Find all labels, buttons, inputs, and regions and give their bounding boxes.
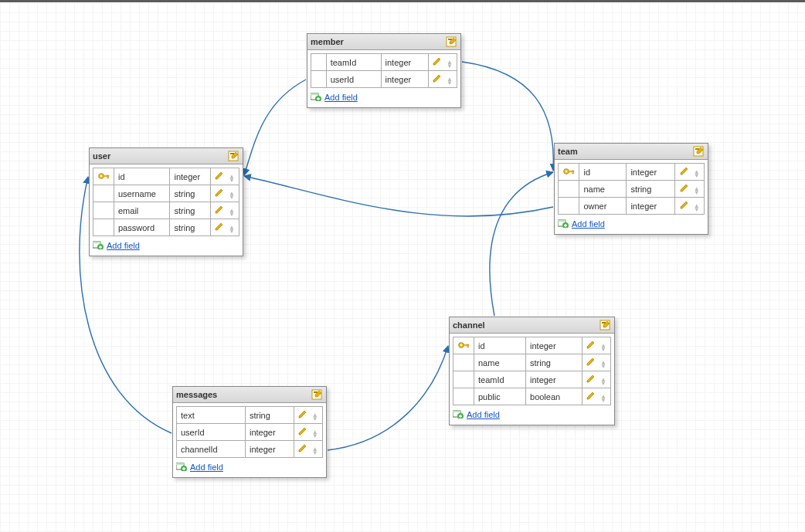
sort-icon[interactable]: ▲▼ [694,171,700,178]
field-row[interactable]: teamId integer ▲▼ [311,54,457,71]
pencil-icon[interactable] [586,340,596,351]
sort-icon[interactable]: ▲▼ [447,61,453,69]
pencil-icon[interactable] [215,171,224,181]
sort-icon[interactable]: ▲▼ [229,175,235,183]
add-field-link[interactable]: Add field [190,463,223,472]
table-team[interactable]: team id integer ▲▼ name string [554,143,708,235]
sort-icon[interactable]: ▲▼ [312,414,318,422]
field-row[interactable]: username string ▲▼ [93,185,239,202]
add-field-row[interactable]: Add field [173,458,326,477]
add-field-icon [311,92,321,103]
sort-icon[interactable]: ▲▼ [312,448,318,456]
table-user[interactable]: user id integer ▲▼ username string [89,147,243,256]
table-title-bar[interactable]: messages [173,387,326,403]
field-name: name [474,354,526,371]
sort-icon[interactable]: ▲▼ [229,209,235,217]
svg-rect-21 [558,220,566,222]
field-row[interactable]: public boolean ▲▼ [453,388,611,405]
pencil-icon[interactable] [680,166,689,177]
sort-icon[interactable]: ▲▼ [229,192,235,200]
table-title: team [558,147,692,156]
table-title-bar[interactable]: team [555,144,708,160]
field-row[interactable]: channelId integer ▲▼ [177,441,323,458]
relation-messages-channel [328,346,448,450]
table-title-bar[interactable]: channel [450,317,614,334]
edit-form-icon[interactable] [445,36,457,48]
edit-form-icon[interactable] [311,388,323,401]
sort-icon[interactable]: ▲▼ [312,431,318,439]
field-row[interactable]: teamId integer ▲▼ [453,371,611,388]
field-row[interactable]: owner integer ▲▼ [559,198,705,215]
pencil-icon[interactable] [298,443,307,454]
sort-icon[interactable]: ▲▼ [447,78,453,86]
key-cell [311,54,327,71]
field-row[interactable]: name string ▲▼ [559,181,705,198]
key-cell [93,202,114,219]
key-icon [97,171,110,182]
pencil-icon[interactable] [586,374,596,385]
pencil-icon[interactable] [215,205,224,215]
field-name: userId [326,71,381,88]
field-row[interactable]: id integer ▲▼ [559,164,705,181]
sort-icon[interactable]: ▲▼ [600,378,606,386]
field-row[interactable]: text string ▲▼ [177,407,323,424]
add-field-row[interactable]: Add field [90,236,243,256]
sort-icon[interactable]: ▲▼ [600,361,606,369]
field-row[interactable]: userId integer ▲▼ [177,424,323,441]
field-actions: ▲▼ [211,185,239,202]
field-row[interactable]: id integer ▲▼ [453,337,611,354]
pencil-icon[interactable] [298,426,307,437]
relation-member-user [244,80,306,175]
svg-rect-3 [311,93,318,95]
add-field-row[interactable]: Add field [307,88,460,107]
key-cell [93,168,114,185]
edit-form-icon[interactable] [599,319,611,331]
edit-form-icon[interactable] [227,150,239,162]
pencil-icon[interactable] [298,409,307,420]
sort-icon[interactable]: ▲▼ [229,226,235,234]
table-messages[interactable]: messages text string ▲▼ userId integer ▲… [172,386,327,478]
add-field-icon [176,462,187,473]
field-row[interactable]: email string ▲▼ [93,202,239,219]
relation-channel-team [490,172,553,316]
pencil-icon[interactable] [433,73,442,84]
field-name: owner [579,198,627,215]
fields-grid: id integer ▲▼ name string ▲▼ teamId [453,337,611,405]
field-name: id [579,164,627,181]
add-field-link[interactable]: Add field [572,219,605,229]
field-actions: ▲▼ [294,407,322,424]
key-cell [453,371,474,388]
add-field-link[interactable]: Add field [107,241,140,250]
field-row[interactable]: name string ▲▼ [453,354,611,371]
svg-rect-19 [572,171,574,174]
pencil-icon[interactable] [586,357,596,368]
add-field-link[interactable]: Add field [467,410,500,419]
key-cell [559,198,579,215]
pencil-icon[interactable] [215,222,224,232]
edit-form-icon[interactable] [692,145,705,158]
sort-icon[interactable]: ▲▼ [600,344,606,352]
pencil-icon[interactable] [586,391,596,402]
pencil-icon[interactable] [680,183,689,194]
add-field-link[interactable]: Add field [324,93,358,102]
table-title: channel [453,320,599,330]
table-title-bar[interactable]: member [307,34,460,50]
sort-icon[interactable]: ▲▼ [600,395,606,403]
pencil-icon[interactable] [215,188,224,198]
table-channel[interactable]: channel id integer ▲▼ name string [449,317,615,425]
field-row[interactable]: userId integer ▲▼ [311,71,457,88]
relation-member-team [462,62,553,171]
field-row[interactable]: id integer ▲▼ [93,168,239,185]
field-type: string [627,181,675,198]
field-name: text [177,407,246,424]
sort-icon[interactable]: ▲▼ [694,188,700,195]
table-title-bar[interactable]: user [90,148,243,164]
pencil-icon[interactable] [680,200,689,211]
add-field-row[interactable]: Add field [555,215,708,234]
field-name: username [114,185,170,202]
pencil-icon[interactable] [433,56,442,67]
field-row[interactable]: password string ▲▼ [93,219,239,236]
sort-icon[interactable]: ▲▼ [694,205,700,212]
table-member[interactable]: member teamId integer ▲▼ userId integer [307,33,461,108]
add-field-row[interactable]: Add field [450,405,614,425]
